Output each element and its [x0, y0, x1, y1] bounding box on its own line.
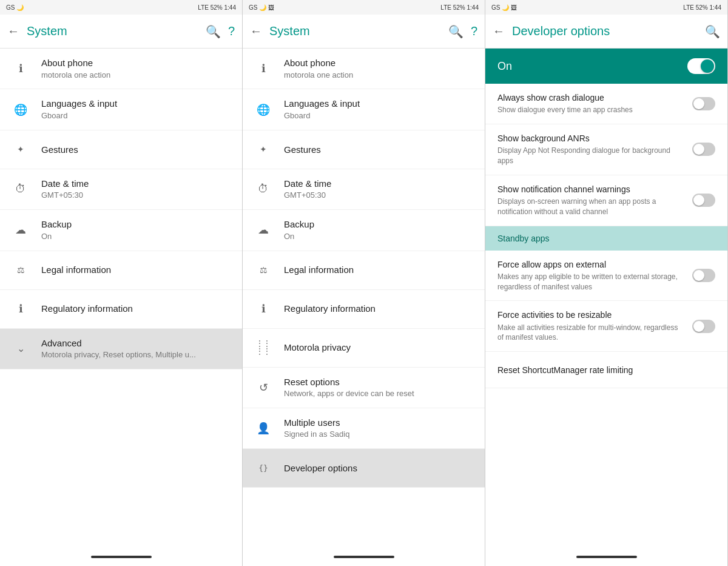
about-phone-icon-2: ℹ	[252, 62, 274, 75]
settings-text-languages: Languages & input Gboard	[41, 98, 232, 121]
status-left-1: GS 🌙	[6, 4, 24, 11]
search-icon-1[interactable]: 🔍	[206, 24, 221, 39]
notification-channel-toggle[interactable]	[692, 194, 715, 207]
settings-item-about-phone[interactable]: ℹ About phone motorola one action	[0, 49, 242, 89]
force-external-knob	[693, 270, 704, 281]
settings-text-datetime: Date & time GMT+05:30	[41, 178, 232, 201]
settings-item-datetime[interactable]: ⏱ Date & time GMT+05:30	[0, 169, 242, 210]
settings-item-multiple-users[interactable]: 👤 Multiple users Signed in as Sadiq	[243, 408, 485, 449]
languages-icon: 🌐	[10, 103, 32, 116]
settings-text-reset: Reset options Network, apps or device ca…	[284, 376, 475, 399]
backup-title-2: Backup	[284, 218, 475, 231]
settings-item-backup-2[interactable]: ☁ Backup On	[243, 210, 485, 251]
settings-text-about-phone: About phone motorola one action	[41, 57, 232, 80]
dev-item-background-anr[interactable]: Show background ANRs Display App Not Res…	[485, 124, 727, 175]
crash-dialogue-subtitle: Show dialogue every time an app crashes	[497, 105, 685, 115]
datetime-subtitle: GMT+05:30	[41, 190, 232, 201]
settings-item-about-phone-2[interactable]: ℹ About phone motorola one action	[243, 49, 485, 89]
settings-item-developer-options[interactable]: {} Developer options	[243, 449, 485, 488]
background-anr-subtitle: Display App Not Responding dialogue for …	[497, 146, 685, 166]
panel-2: GS 🌙 🖼 LTE 52% 1:44 ← System 🔍 ? ℹ About…	[243, 0, 485, 566]
back-button-2[interactable]: ←	[250, 24, 262, 38]
dev-item-notification-channel[interactable]: Show notification channel warnings Displ…	[485, 175, 727, 226]
settings-item-legal-2[interactable]: ⚖ Legal information	[243, 251, 485, 290]
back-button-3[interactable]: ←	[493, 24, 505, 38]
force-resizable-toggle[interactable]	[692, 320, 715, 333]
settings-item-backup[interactable]: ☁ Backup On	[0, 210, 242, 251]
force-external-toggle[interactable]	[692, 269, 715, 282]
home-indicator-2	[243, 548, 485, 566]
dev-text-force-resizable: Force activities to be resizable Make al…	[497, 309, 685, 343]
force-resizable-title: Force activities to be resizable	[497, 309, 685, 320]
developer-settings-list: Always show crash dialogue Show dialogue…	[485, 84, 727, 548]
shortcut-manager-title: Reset ShortcutManager rate limiting	[497, 365, 708, 376]
panel-3: GS 🌙 🖼 LTE 52% 1:44 ← Developer options …	[485, 0, 728, 566]
dev-item-shortcut-manager[interactable]: Reset ShortcutManager rate limiting	[485, 352, 727, 388]
settings-item-advanced[interactable]: ⌄ Advanced Motorola privacy, Reset optio…	[0, 329, 242, 369]
help-icon-1[interactable]: ?	[228, 24, 235, 38]
background-anr-toggle[interactable]	[692, 143, 715, 156]
about-phone-subtitle: motorola one action	[41, 70, 232, 81]
settings-list-1: ℹ About phone motorola one action 🌐 Lang…	[0, 49, 242, 548]
datetime-icon-2: ⏱	[252, 183, 274, 195]
status-right-3: LTE 52% 1:44	[683, 4, 721, 11]
home-bar-2	[334, 556, 394, 558]
settings-item-datetime-2[interactable]: ⏱ Date & time GMT+05:30	[243, 169, 485, 210]
about-phone-subtitle-2: motorola one action	[284, 70, 475, 81]
developer-on-toggle[interactable]	[687, 58, 715, 74]
standby-apps-header[interactable]: Standby apps	[485, 226, 727, 251]
dev-item-crash-dialogue[interactable]: Always show crash dialogue Show dialogue…	[485, 84, 727, 124]
settings-item-gestures-2[interactable]: ✦ Gestures	[243, 130, 485, 169]
settings-text-advanced: Advanced Motorola privacy, Reset options…	[41, 337, 232, 360]
settings-item-languages[interactable]: 🌐 Languages & input Gboard	[0, 89, 242, 130]
force-resizable-knob	[693, 321, 704, 332]
advanced-title: Advanced	[41, 337, 232, 349]
developer-on-label: On	[497, 60, 512, 73]
dev-text-background-anr: Show background ANRs Display App Not Res…	[497, 133, 685, 166]
gestures-icon: ✦	[10, 144, 32, 154]
settings-item-regulatory-2[interactable]: ℹ Regulatory information	[243, 290, 485, 329]
status-bar-1: GS 🌙 LTE 52% 1:44	[0, 0, 242, 15]
datetime-title: Date & time	[41, 178, 232, 190]
crash-dialogue-knob	[693, 98, 704, 109]
dev-item-force-external[interactable]: Force allow apps on external Makes any a…	[485, 251, 727, 302]
users-icon: 👤	[252, 422, 274, 435]
backup-subtitle-2: On	[284, 232, 475, 242]
gestures-title: Gestures	[41, 144, 232, 156]
settings-list-2: ℹ About phone motorola one action 🌐 Lang…	[243, 49, 485, 548]
back-button-1[interactable]: ←	[7, 24, 19, 38]
status-right-2: LTE 52% 1:44	[440, 4, 479, 11]
search-icon-2[interactable]: 🔍	[448, 24, 463, 39]
gestures-title-2: Gestures	[284, 144, 475, 156]
dev-item-force-resizable[interactable]: Force activities to be resizable Make al…	[485, 301, 727, 352]
page-title-1: System	[27, 24, 198, 38]
settings-item-languages-2[interactable]: 🌐 Languages & input Gboard	[243, 89, 485, 130]
legal-title-2: Legal information	[284, 264, 475, 276]
advanced-icon: ⌄	[10, 343, 32, 354]
status-icons-3: GS 🌙 🖼	[491, 4, 517, 11]
status-info-2: LTE 52% 1:44	[440, 4, 479, 11]
settings-item-moto-privacy[interactable]: ⋮⋮⋮⋮ Motorola privacy	[243, 329, 485, 368]
developer-on-header: On	[485, 49, 727, 84]
backup-icon-2: ☁	[252, 223, 274, 237]
settings-item-regulatory[interactable]: ℹ Regulatory information	[0, 290, 242, 329]
background-anr-title: Show background ANRs	[497, 133, 685, 144]
top-bar-2: ← System 🔍 ?	[243, 15, 485, 49]
status-info-1: LTE 52% 1:44	[198, 4, 236, 11]
top-bar-3: ← Developer options 🔍	[485, 15, 727, 49]
settings-item-reset[interactable]: ↺ Reset options Network, apps or device …	[243, 368, 485, 408]
about-phone-title: About phone	[41, 57, 232, 69]
settings-text-gestures: Gestures	[41, 144, 232, 156]
settings-item-gestures[interactable]: ✦ Gestures	[0, 130, 242, 169]
notification-channel-title: Show notification channel warnings	[497, 184, 685, 195]
settings-text-moto-privacy: Motorola privacy	[284, 342, 475, 354]
settings-text-about-phone-2: About phone motorola one action	[284, 57, 475, 80]
help-icon-2[interactable]: ?	[471, 24, 477, 38]
settings-text-backup: Backup On	[41, 218, 232, 241]
home-indicator-1	[0, 548, 242, 566]
crash-dialogue-toggle[interactable]	[692, 97, 715, 110]
search-icon-3[interactable]: 🔍	[705, 24, 720, 39]
settings-item-legal[interactable]: ⚖ Legal information	[0, 251, 242, 290]
settings-text-backup-2: Backup On	[284, 218, 475, 241]
datetime-icon: ⏱	[10, 183, 32, 195]
